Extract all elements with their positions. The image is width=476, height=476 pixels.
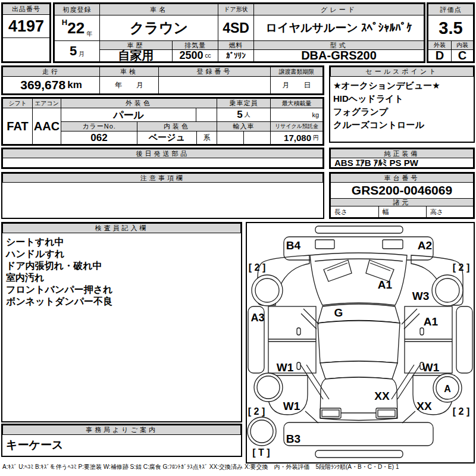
rear-lip-shape [315,450,403,458]
equipment-header: 純正装備 [330,149,474,158]
caution-header: 注意事項欄 [2,173,323,183]
sales-points-header: セールスポイント [330,67,474,77]
damage-label-left-rocker: A3 [250,312,264,324]
inspector-note: ボンネットダンパー不良 [6,296,112,308]
interior-color-header: 内装色 [137,121,217,131]
width-cell: 幅 [378,206,427,218]
shift-value: FAT [2,108,33,145]
car-name-value: クラウン [99,15,218,41]
score-value: 3.5 [428,15,474,41]
office-box: 事務局よりご案内 キーケース [1,424,242,457]
vehicle-head-box: 初度登録 車名 ドア形状 グレード H22年 5月 クラウン 4SD ロイヤルサ… [53,2,425,63]
damage-label-front-bumper-left: B4 [286,239,301,252]
hood-shape [310,253,407,305]
damage-label-right-quarter: XX [416,400,432,412]
transfer-docs-header: 譲渡書類期限 [270,67,323,77]
color-no-value: 062 [61,131,137,145]
sales-points-box: セールスポイント ★オークションデビュー★ HIDヘッドライト フォグランプ ク… [329,65,475,143]
door-shape-header: ドア形状 [218,4,254,15]
inspector-note: シートすれ中 [6,236,112,248]
recycle-deposit-header: リサイクル預託金 [270,121,323,131]
auction-sheet: 出品番号 4197 初度登録 車名 ドア形状 グレード H22年 5月 クラウン… [0,0,476,476]
exterior-color-value: パール [61,108,196,122]
score-header: 評価点 [428,4,474,15]
interior-grade-value: C [451,49,474,62]
parts-value [2,158,323,168]
displacement-number: 2500 [179,49,203,62]
damage-label-left-rear-door: W1 [277,361,294,374]
exterior-color-header: 外装色 [61,98,217,108]
car-name-header: 車名 [99,4,218,15]
month-unit: 月 [79,50,84,58]
tire-depth-front-left: [ 2 ] [249,262,265,273]
damage-label-rear-bumper: B3 [286,433,300,445]
door-handle [297,328,300,335]
interior-color-suffix: 系 [196,131,217,145]
grade-header: グレード [253,4,424,15]
exterior-grade-header: 外装 [428,40,452,50]
inspector-note: ドア内張切れ・破れ中 [6,260,112,272]
color-no-header: カラーNo. [61,121,137,131]
mileage-value: 369,678km [2,76,100,94]
transfer-docs-value: 月 日 [270,76,323,94]
auction-no-empty [2,37,50,62]
capacity-number: 5 [237,109,242,121]
era-letter: H [62,18,67,27]
spare-tire-label: [ T ] [252,447,270,458]
exterior-grade-value: D [428,49,452,62]
score-box: 評価点 3.5 外装 内装 D C [427,2,475,63]
length-cell: 長さ [330,206,379,218]
inspector-header: 検査員記入欄 [2,223,241,233]
shift-header: シフト [2,98,33,108]
legend: A:ｷｽﾞ U:ﾍｺﾐ B:ｷｽﾞを伴うﾍｺﾐ P:要塗装 W:補修跡 S:錆 … [2,463,474,471]
damage-label-hood: A1 [378,278,393,291]
tire-depth-front-right: [ 2 ] [453,262,469,273]
rear-bumper-shape [284,422,433,446]
front-lip-shape [315,226,403,233]
damage-label-right-rear-door: W1 [422,361,440,374]
year-unit: 年 [86,30,92,38]
inspector-note: フロントバンパー押され [6,284,112,296]
door-handle [420,328,424,335]
parts-box: 後日発送部品 [1,148,324,169]
sales-point: クルーズコントロール [333,118,440,131]
ac-header: エアコン [32,98,61,108]
displacement-value: 2500cc [172,49,218,62]
door-shape-value: 4SD [218,15,254,41]
right-rocker-shape [456,306,472,373]
mileage-number: 369,678 [20,78,65,92]
chassis-no-value: GRS200-0046069 [330,182,474,199]
reg-month: 5 [70,43,77,59]
auction-no-header: 出品番号 [2,4,50,15]
import-value-right [243,131,271,145]
history-value: 自家用 [99,49,173,62]
capacity-value: 5人 [217,108,271,122]
mileage-header: 走行 [2,67,100,77]
inspector-note: ハンドルすれ [6,248,112,260]
first-registration-header: 初度登録 [54,4,100,15]
first-registration-month: 5月 [54,40,100,62]
first-registration-year: H22年 [54,15,100,41]
auction-no-box: 出品番号 4197 [1,2,51,63]
car-top-view-diagram: B4 A2 A1 W3 G A3 A1 W1 W1 W1 XX XX B3 A … [247,223,474,462]
damage-label-front-right-fender: W3 [412,290,430,302]
max-payload-header: 最大積載量 [270,98,323,108]
damage-label-windshield: G [334,306,343,319]
rear-window-shape [320,361,397,379]
windshield-shape [318,304,400,323]
ac-value: AAC [32,108,61,145]
door-handle [297,362,300,369]
parts-header: 後日発送部品 [2,149,323,158]
damage-diagram-box: B4 A2 A1 W3 G A3 A1 W1 W1 W1 XX XX B3 A … [246,222,475,464]
model-header: 型式 [253,40,424,50]
tire-depth-rear-left: [ 2 ] [248,406,265,416]
exterior-color-suffix-empty [196,108,217,122]
era-year: 22 [67,19,84,37]
recycle-unit: 円 [313,134,319,142]
damage-label-trunk: XX [374,390,390,402]
sales-point: ★オークションデビュー★ [333,79,440,92]
damage-label-right-front-door: A1 [424,315,439,328]
equipment-value: ABS ｴｱB ｱﾙﾐ PS PW [330,158,474,168]
import-header: 輸入車 [217,121,271,131]
shaken-header: 車検 [99,67,159,77]
